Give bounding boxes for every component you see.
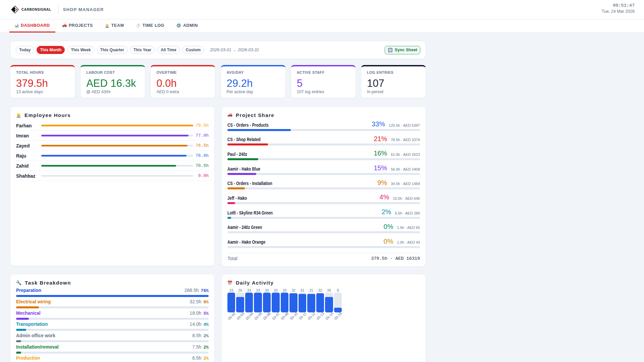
svg-text:17: 17 bbox=[228, 282, 231, 285]
